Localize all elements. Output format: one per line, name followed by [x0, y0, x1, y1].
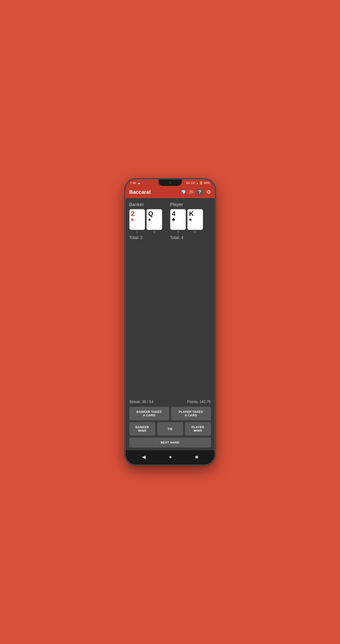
banker-card-0: 2 ♦ 2 [129, 209, 145, 234]
gem-score-value: 20 [189, 190, 193, 194]
banker-card-1-label: Q [146, 230, 162, 234]
banker-card-1-face: Q ♠ [146, 209, 162, 230]
banker-card-0-suit: ♦ [131, 217, 134, 222]
phone-device: 7:45 5G UC 90% Baccarat 💎 : 20 [125, 179, 215, 465]
settings-button[interactable]: ⚙ [206, 189, 211, 195]
bottom-area: Streak: 36 / 54 Points: 142.75 BANKER TA… [126, 398, 215, 450]
action-buttons: BANKER TAKESA CARD PLAYER TAKESA CARD BA… [129, 407, 211, 448]
player-card-0: 4 ♣ 4 [170, 209, 186, 234]
banker-card-1-value: Q [148, 210, 153, 217]
player-card-1-face: K ♠ [187, 209, 203, 230]
main-content: Banker 2 ♦ 2 Q [126, 198, 215, 333]
stats-row: Streak: 36 / 54 Points: 142.75 [129, 400, 211, 404]
points-stat: Points: 142.75 [187, 400, 211, 404]
battery-icon [199, 181, 203, 185]
banker-card-0-label: 2 [129, 230, 145, 234]
next-hand-button[interactable]: NEXT HAND [129, 438, 211, 448]
status-bar: 7:45 5G UC 90% [126, 179, 215, 186]
banker-card-0-value: 2 [131, 210, 135, 217]
nav-recents-button[interactable]: ■ [195, 454, 198, 460]
player-card-1: K ♠ K [187, 209, 203, 234]
nav-bar: ◀ ● ■ [126, 450, 215, 465]
banker-total: Total: 2 [129, 235, 170, 240]
streak-stat: Streak: 36 / 54 [129, 400, 153, 404]
gem-icon: 💎 [181, 190, 186, 195]
tie-button[interactable]: TIE [157, 422, 183, 436]
next-hand-row: NEXT HAND [129, 438, 211, 448]
banker-cards-row: 2 ♦ 2 Q ♠ Q [129, 209, 170, 234]
cloud-icon [137, 181, 140, 185]
cards-area: Banker 2 ♦ 2 Q [129, 202, 211, 240]
banker-takes-card-button[interactable]: BANKER TAKESA CARD [129, 407, 169, 420]
nav-back-button[interactable]: ◀ [142, 454, 146, 460]
player-card-0-value: 4 [172, 210, 176, 217]
status-time: 7:45 [130, 181, 136, 185]
battery-percent: 90% [204, 181, 210, 185]
gem-score: 💎 : 20 [181, 190, 193, 195]
network-label: 5G UC [186, 181, 195, 185]
take-card-row: BANKER TAKESA CARD PLAYER TAKESA CARD [129, 407, 211, 420]
banker-label: Banker [129, 202, 170, 207]
player-card-1-label: K [187, 230, 203, 234]
banker-card-1-suit: ♠ [148, 217, 151, 222]
banker-wins-button[interactable]: BANKERWINS [129, 422, 155, 436]
banker-hand: Banker 2 ♦ 2 Q [129, 202, 170, 240]
banker-card-0-face: 2 ♦ [129, 209, 145, 230]
app-title: Baccarat [129, 189, 151, 195]
banker-card-1: Q ♠ Q [146, 209, 162, 234]
outcome-row: BANKERWINS TIE PLAYERWINS [129, 422, 211, 436]
player-takes-card-button[interactable]: PLAYER TAKESA CARD [171, 407, 211, 420]
gem-score-label: : [187, 190, 188, 194]
player-card-0-suit: ♣ [172, 217, 175, 222]
player-label: Player [170, 202, 211, 207]
player-hand: Player 4 ♣ 4 K [170, 202, 211, 240]
help-button[interactable]: ? [197, 189, 203, 196]
player-card-0-face: 4 ♣ [170, 209, 186, 230]
nav-home-button[interactable]: ● [169, 454, 172, 460]
player-card-1-value: K [189, 210, 194, 217]
spacer-area [126, 333, 215, 398]
camera-notch [169, 181, 172, 184]
player-total: Total: 4 [170, 235, 211, 240]
player-cards-row: 4 ♣ 4 K ♠ K [170, 209, 211, 234]
player-wins-button[interactable]: PLAYERWINS [185, 422, 211, 436]
player-card-1-suit: ♠ [189, 217, 192, 222]
signal-icon [196, 181, 199, 185]
app-bar: Baccarat 💎 : 20 ? ⚙ [126, 186, 215, 198]
player-card-0-label: 4 [170, 230, 186, 234]
